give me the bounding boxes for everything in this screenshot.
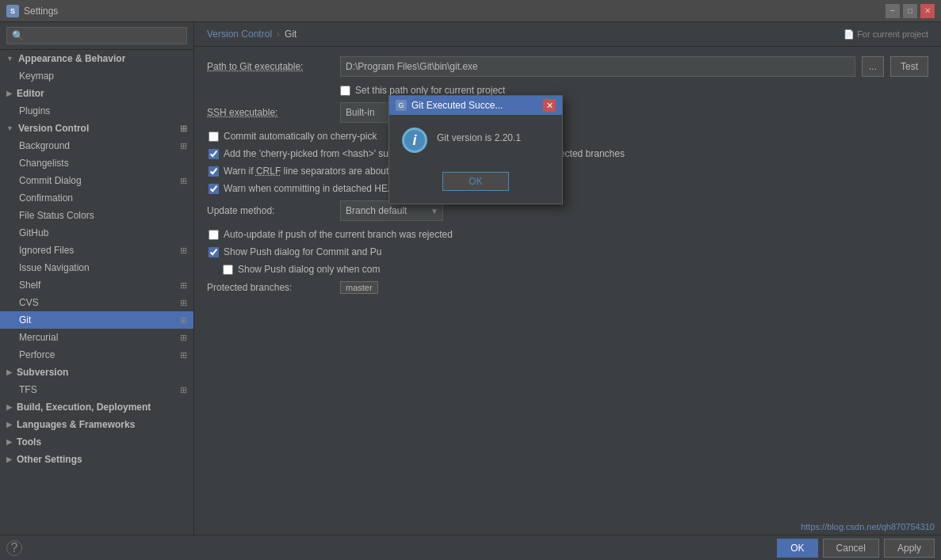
sidebar-label: Ignored Files	[19, 245, 74, 256]
checkbox-suffix[interactable]	[208, 149, 219, 159]
sidebar-label: Version Control	[18, 123, 89, 134]
page-icon: ⊞	[180, 280, 187, 291]
sidebar-label: TFS	[19, 384, 37, 395]
test-button[interactable]: Test	[890, 56, 928, 77]
modal-title-bar: G Git Executed Succe... ✕	[389, 96, 562, 115]
breadcrumb-child: Git	[285, 29, 296, 40]
bottom-bar: ? OK Cancel Apply	[0, 535, 941, 560]
sidebar-item-mercurial[interactable]: Mercurial ⊞	[0, 329, 193, 346]
sidebar-item-shelf[interactable]: Shelf ⊞	[0, 276, 193, 294]
page-icon: ⊞	[180, 385, 187, 395]
sidebar-item-build[interactable]: ▶ Build, Execution, Deployment	[0, 398, 193, 416]
checkbox-push-only-row: Show Push dialog only when com	[207, 264, 928, 275]
sidebar-item-perforce[interactable]: Perforce ⊞	[0, 346, 193, 364]
set-path-checkbox[interactable]	[340, 86, 350, 96]
page-icon: ⊞	[180, 176, 187, 186]
checkbox-detached-row: Warn when committing in detached HEAD or…	[207, 183, 928, 194]
page-icon: ⊞	[180, 141, 187, 151]
ssh-row: SSH executable: Built-in Native ▼	[207, 102, 928, 123]
breadcrumb-parent[interactable]: Version Control	[207, 29, 272, 40]
sidebar-item-appearance[interactable]: ▼ Appearance & Behavior	[0, 50, 193, 67]
checkbox-autoupdate-label: Auto-update if push of the current branc…	[224, 229, 453, 240]
breadcrumb: Version Control › Git 📄 For current proj…	[194, 22, 941, 47]
sidebar-item-changelists[interactable]: Changelists	[0, 154, 193, 172]
sidebar-item-git[interactable]: Git ⊞	[0, 311, 193, 329]
checkbox-autoupdate[interactable]	[208, 230, 219, 240]
sidebar-label: Changelists	[19, 158, 69, 169]
checkbox-cherry-pick[interactable]	[208, 131, 219, 142]
sidebar-label: Other Settings	[17, 454, 82, 465]
expand-arrow: ▼	[6, 55, 13, 63]
page-icon: ⊞	[180, 315, 187, 326]
sidebar-item-plugins[interactable]: Plugins	[0, 102, 193, 120]
modal-footer: OK	[389, 166, 562, 204]
set-path-label: Set this path only for current project	[355, 85, 505, 96]
page-icon: ⊞	[180, 298, 187, 308]
expand-arrow: ▶	[6, 90, 12, 97]
checkbox-push-dialog-label: Show Push dialog for Commit and Pu	[224, 246, 381, 257]
sidebar-label: Keymap	[19, 70, 54, 82]
checkbox-crlf-row: Warn if CRLF line separators are about t…	[207, 166, 928, 177]
modal-ok-button[interactable]: OK	[442, 172, 508, 191]
modal-close-button[interactable]: ✕	[543, 99, 556, 112]
sidebar-item-tfs[interactable]: TFS ⊞	[0, 381, 193, 398]
checkbox-push-only[interactable]	[223, 265, 233, 275]
maximize-button[interactable]: □	[903, 4, 917, 18]
for-current-project: 📄 For current project	[843, 29, 928, 40]
sidebar-item-cvs[interactable]: CVS ⊞	[0, 294, 193, 311]
update-method-row: Update method: Branch default Merge Reba…	[207, 200, 928, 221]
protected-branches-label: Protected branches:	[207, 282, 334, 293]
checkbox-detached[interactable]	[208, 184, 219, 194]
help-button[interactable]: ?	[6, 540, 22, 556]
sidebar-item-commit-dialog[interactable]: Commit Dialog ⊞	[0, 172, 193, 189]
checkbox-cherry-pick-row: Commit automatically on cherry-pick	[207, 131, 928, 142]
sidebar-item-issue-navigation[interactable]: Issue Navigation	[0, 259, 193, 276]
expand-arrow: ▼	[6, 124, 13, 132]
sidebar-label: File Status Colors	[19, 210, 94, 221]
protected-branch-tag[interactable]: master	[340, 281, 378, 294]
expand-arrow: ▶	[6, 368, 12, 376]
checkbox-cherry-pick-label: Commit automatically on cherry-pick	[224, 131, 377, 142]
apply-button[interactable]: Apply	[884, 539, 935, 558]
close-button[interactable]: ✕	[920, 4, 935, 18]
sidebar-label: Git	[19, 314, 31, 326]
cancel-button[interactable]: Cancel	[823, 539, 879, 558]
sidebar-label: Mercurial	[19, 332, 58, 343]
sidebar-label: Background	[19, 140, 70, 151]
checkbox-push-dialog[interactable]	[208, 247, 219, 257]
sidebar-item-background[interactable]: Background ⊞	[0, 137, 193, 154]
expand-arrow: ▶	[6, 421, 12, 429]
sidebar-item-github[interactable]: GitHub	[0, 224, 193, 242]
window-title: Settings	[24, 6, 58, 17]
expand-arrow: ▶	[6, 438, 12, 446]
settings-content: Path to Git executable: ... Test Set thi…	[194, 47, 941, 311]
modal-title: Git Executed Succe...	[411, 100, 538, 111]
checkbox-crlf[interactable]	[208, 166, 219, 177]
sidebar-item-languages[interactable]: ▶ Languages & Frameworks	[0, 416, 193, 433]
sidebar-item-keymap[interactable]: Keymap	[0, 67, 193, 85]
bottom-buttons: OK Cancel Apply	[777, 539, 935, 558]
sidebar-item-confirmation[interactable]: Confirmation	[0, 189, 193, 207]
sidebar-item-editor[interactable]: ▶ Editor	[0, 85, 193, 102]
modal-body: i Git version is 2.20.1	[389, 115, 562, 166]
path-row: Path to Git executable: ... Test	[207, 56, 928, 77]
browse-button[interactable]: ...	[862, 56, 884, 77]
path-input[interactable]	[340, 56, 855, 77]
sidebar-label: Subversion	[17, 367, 68, 378]
path-label: Path to Git executable:	[207, 61, 334, 72]
sidebar-item-ignored-files[interactable]: Ignored Files ⊞	[0, 242, 193, 259]
sidebar-item-version-control[interactable]: ▼ Version Control ⊞	[0, 120, 193, 137]
page-icon: ⊞	[180, 350, 187, 360]
ok-button[interactable]: OK	[777, 539, 817, 558]
search-input[interactable]	[6, 27, 187, 44]
watermark: https://blog.csdn.net/qh870754310	[801, 522, 935, 531]
app-icon: S	[6, 5, 19, 17]
modal-dialog: G Git Executed Succe... ✕ i Git version …	[388, 95, 563, 204]
sidebar-item-other-settings[interactable]: ▶ Other Settings	[0, 451, 193, 468]
minimize-button[interactable]: −	[886, 4, 900, 18]
title-bar: S Settings − □ ✕	[0, 0, 941, 22]
sidebar-item-subversion[interactable]: ▶ Subversion	[0, 364, 193, 381]
sidebar-item-file-status-colors[interactable]: File Status Colors	[0, 207, 193, 224]
sidebar-label: Languages & Frameworks	[17, 419, 135, 430]
sidebar-item-tools[interactable]: ▶ Tools	[0, 433, 193, 451]
